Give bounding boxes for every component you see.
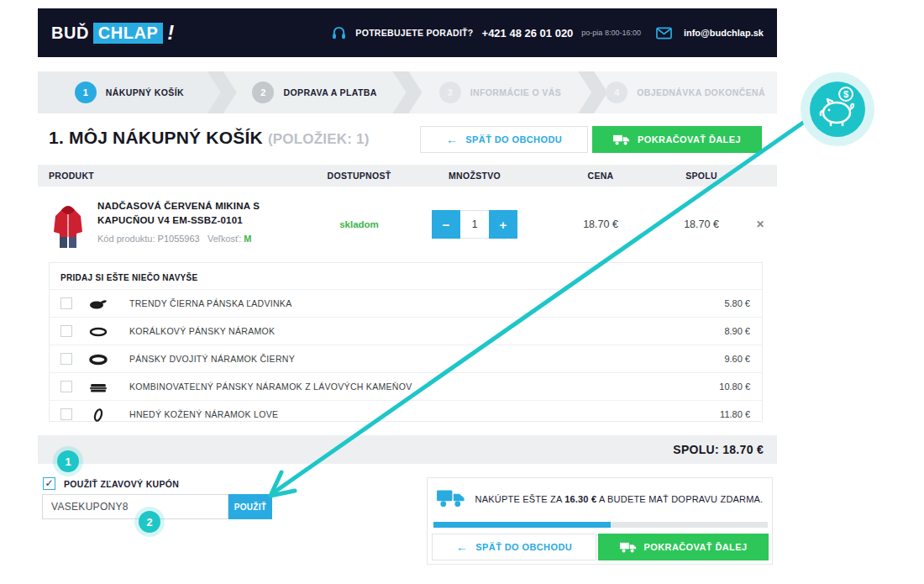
top-bar: BUĎ CHLAP ! POTREBUJETE PORADIŤ? +421 48…	[38, 8, 777, 57]
upsell-name[interactable]: KORÁLKOVÝ PÁNSKY NÁRAMOK	[129, 326, 724, 336]
product-price: 18.70 €	[542, 218, 659, 230]
shipping-truck-icon	[437, 489, 465, 508]
headset-icon	[331, 25, 347, 41]
step-label: OBJEDNÁVKA DOKONČENÁ	[637, 87, 765, 97]
waist-bag-icon	[79, 296, 118, 311]
page-title: 1. MÔJ NÁKUPNÝ KOŠÍK (POLOŽIEK: 1)	[49, 128, 370, 148]
coupon-input[interactable]	[42, 494, 228, 519]
qty-decrease-button[interactable]: −	[432, 210, 460, 239]
continue-button-bottom[interactable]: POKRAČOVAŤ ĎALEJ	[598, 534, 769, 560]
back-to-shop-button[interactable]: ← SPÄŤ DO OBCHODU	[420, 126, 588, 153]
step-shipping-payment: 2 DOPRAVA A PLATBA	[223, 71, 407, 113]
remove-item-button[interactable]: ✕	[743, 218, 777, 230]
shop-logo[interactable]: BUĎ CHLAP !	[51, 21, 174, 45]
col-price: CENA	[542, 171, 659, 181]
upsell-box: PRIDAJ SI EŠTE NIEČO NAVYŠE TRENDY ČIERN…	[49, 262, 763, 422]
logo-exclaim: !	[167, 21, 174, 45]
shipping-text: NAKÚPTE EŠTE ZA 16.30 € A BUDETE MAŤ DOP…	[475, 494, 764, 504]
product-code: P1055963	[158, 234, 200, 244]
step-number: 3	[439, 82, 461, 103]
upsell-title: PRIDAJ SI EŠTE NIEČO NAVYŠE	[50, 271, 762, 289]
checkout-steps: 1 NÁKUPNÝ KOŠÍK 2 DOPRAVA A PLATBA 3 INF…	[38, 71, 777, 113]
shipping-progress	[433, 522, 768, 528]
back-to-shop-label: SPÄŤ DO OBCHODU	[475, 542, 572, 552]
coupon-checkbox-label: POUŽIŤ ZĽAVOVÝ KUPÓN	[64, 479, 179, 489]
upsell-row: KORÁLKOVÝ PÁNSKY NÁRAMOK 8.90 €	[50, 317, 762, 345]
bracelet-icon	[79, 324, 118, 339]
cart-total: SPOLU: 18.70 €	[673, 443, 764, 456]
page-title-text: 1. MÔJ NÁKUPNÝ KOŠÍK	[49, 128, 263, 147]
cart-total-row: SPOLU: 18.70 €	[38, 435, 777, 464]
lava-bracelet-icon	[79, 379, 118, 394]
product-thumbnail[interactable]	[49, 199, 87, 250]
upsell-name[interactable]: PÁNSKY DVOJITÝ NÁRAMOK ČIERNY	[129, 354, 724, 364]
logo-text-bud: BUĎ	[51, 24, 89, 43]
cart-total-label: SPOLU:	[673, 443, 719, 456]
step-order-complete: 4 OBJEDNÁVKA DOKONČENÁ	[594, 71, 777, 113]
annotation-badge-1: 1	[57, 450, 79, 472]
upsell-checkbox[interactable]	[60, 325, 72, 337]
step-your-info: 3 INFORMÁCIE O VÁS	[409, 71, 592, 113]
upsell-row: HNEDÝ KOŽENÝ NÁRAMOK LOVE 11.80 €	[50, 400, 762, 428]
step-cart[interactable]: 1 NÁKUPNÝ KOŠÍK	[38, 71, 221, 113]
upsell-price: 8.90 €	[724, 326, 750, 336]
truck-icon	[620, 542, 637, 553]
cart-page: BUĎ CHLAP ! POTREBUJETE PORADIŤ? +421 48…	[0, 0, 924, 584]
upsell-price: 11.80 €	[720, 409, 750, 419]
cart-total-value: 18.70 €	[722, 443, 764, 456]
apply-coupon-button[interactable]: POUŽIŤ	[228, 494, 272, 519]
free-shipping-box: NAKÚPTE EŠTE ZA 16.30 € A BUDETE MAŤ DOP…	[427, 477, 773, 565]
upsell-name[interactable]: KOMBINOVATEĽNÝ PÁNSKY NÁRAMOK Z LÁVOVÝCH…	[129, 381, 719, 392]
upsell-checkbox[interactable]	[60, 381, 72, 392]
upsell-checkbox[interactable]	[60, 408, 72, 420]
shipping-text-after: A BUDETE MAŤ DOPRAVU ZDARMA.	[599, 494, 763, 504]
step-number: 1	[75, 82, 97, 103]
col-product: PRODUKT	[38, 171, 311, 181]
product-name[interactable]: NADČASOVÁ ČERVENÁ MIKINA S KAPUCŇOU V4 E…	[97, 199, 307, 229]
back-to-shop-button-bottom[interactable]: ← SPÄŤ DO OBCHODU	[432, 534, 596, 560]
coupon-checkbox[interactable]: ✓	[43, 477, 55, 490]
product-meta: Kód produktu: P1055963 Veľkosť: M	[97, 234, 307, 244]
upsell-checkbox[interactable]	[60, 297, 72, 309]
qty-value[interactable]: 1	[460, 210, 489, 239]
product-cell: NADČASOVÁ ČERVENÁ MIKINA S KAPUCŇOU V4 E…	[38, 199, 311, 250]
step-label: NÁKUPNÝ KOŠÍK	[106, 87, 184, 97]
continue-label: POKRAČOVAŤ ĎALEJ	[644, 542, 748, 552]
arrow-left-icon: ←	[456, 540, 468, 554]
product-info: NADČASOVÁ ČERVENÁ MIKINA S KAPUCŇOU V4 E…	[97, 199, 307, 244]
leather-bracelet-icon	[79, 407, 118, 422]
opening-hours: po-pia 8:00-16:00	[581, 29, 641, 37]
upsell-price: 10.80 €	[719, 381, 750, 392]
phone-number[interactable]: +421 48 26 01 020	[482, 27, 574, 39]
product-code-label: Kód produktu:	[97, 234, 155, 244]
annotation-badge-2: 2	[139, 511, 160, 533]
upsell-row: PÁNSKY DVOJITÝ NÁRAMOK ČIERNY 9.60 €	[50, 345, 762, 372]
cart-table-header: PRODUKT DOSTUPNOSŤ MNOŽSTVO CENA SPOLU	[38, 165, 777, 187]
back-to-shop-label: SPÄŤ DO OBCHODU	[465, 134, 562, 145]
qty-increase-button[interactable]: +	[489, 210, 517, 239]
piggy-bank-icon: $	[799, 71, 876, 148]
arrow-left-icon: ←	[446, 133, 458, 146]
email-link[interactable]: info@budchlap.sk	[684, 28, 764, 38]
step-label: DOPRAVA A PLATBA	[283, 87, 376, 97]
step-label: INFORMÁCIE O VÁS	[470, 87, 562, 97]
logo-text-chlap: CHLAP	[93, 23, 163, 44]
top-bar-contact: POTREBUJETE PORADIŤ? +421 48 26 01 020 p…	[331, 25, 764, 41]
col-availability: DOSTUPNOSŤ	[311, 171, 407, 181]
coupon-section: ✓ POUŽIŤ ZĽAVOVÝ KUPÓN	[43, 477, 179, 490]
upsell-name[interactable]: TRENDY ČIERNA PÁNSKA ĽADVINKA	[129, 298, 724, 308]
shipping-text-before: NAKÚPTE EŠTE ZA	[475, 494, 562, 504]
upsell-row: KOMBINOVATEĽNÝ PÁNSKY NÁRAMOK Z LÁVOVÝCH…	[50, 372, 762, 400]
continue-label: POKRAČOVAŤ ĎALEJ	[638, 134, 741, 145]
quantity-stepper: − 1 +	[407, 210, 542, 239]
shipping-message-row: NAKÚPTE EŠTE ZA 16.30 € A BUDETE MAŤ DOP…	[428, 489, 772, 508]
step-number: 2	[252, 82, 274, 103]
availability-badge: skladom	[311, 219, 407, 229]
double-bracelet-icon	[79, 351, 118, 366]
size-label: Veľkosť:	[207, 234, 241, 244]
upsell-name[interactable]: HNEDÝ KOŽENÝ NÁRAMOK LOVE	[129, 409, 720, 419]
col-total: SPOLU	[659, 171, 743, 181]
upsell-price: 9.60 €	[724, 354, 750, 364]
upsell-checkbox[interactable]	[60, 353, 72, 365]
continue-button[interactable]: POKRAČOVAŤ ĎALEJ	[592, 126, 762, 153]
